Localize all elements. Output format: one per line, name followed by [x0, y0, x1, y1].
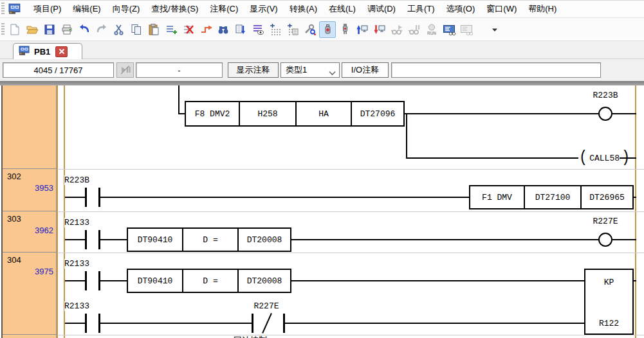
wire	[291, 239, 599, 240]
print-icon[interactable]	[59, 21, 75, 38]
wire	[100, 197, 469, 198]
coil-label: R223B	[586, 91, 625, 100]
tab-pb1[interactable]: PB1	[13, 43, 82, 59]
instruction-cell[interactable]: DT26965	[580, 186, 632, 208]
save-icon[interactable]	[41, 21, 58, 38]
gutter-cell-302[interactable]: 302 3953	[3, 169, 58, 211]
instruction-f8-dmv2[interactable]: F8 DMV2 H258 HA DT27096	[185, 101, 405, 127]
output-coil-r223b[interactable]	[598, 107, 612, 121]
rung-separator	[57, 335, 644, 335]
menu-comment[interactable]: 注释(C)	[204, 1, 244, 17]
keep-instruction-block[interactable]: KP R122	[584, 269, 634, 335]
svg-text:RUN: RUN	[427, 31, 436, 35]
io-comment-button[interactable]: I/O注释	[342, 62, 389, 78]
gutter-cell	[3, 85, 58, 169]
offline-edit-icon[interactable]	[336, 21, 353, 38]
wire	[65, 280, 86, 281]
menu-help[interactable]: 帮助(H)	[522, 1, 562, 17]
contact-r2133[interactable]	[85, 314, 87, 333]
monitor-go-icon[interactable]	[389, 21, 405, 38]
contact-r223b[interactable]	[85, 188, 87, 207]
download-to-plc-icon[interactable]	[371, 21, 388, 38]
keep-output-label: R122	[585, 319, 632, 328]
menu-convert[interactable]: 转换(A)	[284, 1, 323, 17]
instruction-cell[interactable]: H258	[239, 102, 295, 125]
rung-step-address: 3962	[35, 226, 53, 235]
contact-r2133[interactable]	[85, 271, 87, 290]
menu-wizard[interactable]: 向导(Z)	[107, 1, 146, 17]
delete-row-icon[interactable]	[180, 21, 197, 38]
instruction-cell[interactable]: DT27100	[524, 186, 580, 208]
upload-from-plc-icon[interactable]	[354, 21, 371, 38]
comment-display-icon[interactable]	[250, 21, 266, 38]
monitor-stop-icon[interactable]	[406, 21, 423, 38]
gutter-cell-303[interactable]: 303 3962	[3, 211, 58, 253]
chevron-down-icon	[329, 68, 336, 78]
io-grid-1-icon[interactable]	[267, 21, 284, 38]
open-file-icon[interactable]	[24, 21, 41, 38]
menu-project[interactable]: 项目(P)	[28, 1, 67, 17]
insert-row-icon[interactable]	[163, 21, 179, 38]
output-coil-r227e[interactable]	[598, 233, 612, 247]
copy-icon[interactable]	[128, 21, 145, 38]
instruction-compare-303[interactable]: DT90410 D = DT20008	[127, 227, 291, 252]
instruction-f1-dmv[interactable]: F1 DMV DT27100 DT26965	[469, 185, 634, 209]
wire	[65, 197, 86, 198]
contact-label: R2133	[64, 218, 89, 227]
cut-icon[interactable]	[111, 21, 127, 38]
menu-online[interactable]: 在线(L)	[323, 1, 362, 17]
route-icon[interactable]	[198, 21, 214, 38]
ladder-editor-canvas: 302 3953 303 3962 304 3975 F8 DMV2 H258	[0, 85, 644, 338]
instruction-cell[interactable]: DT90410	[128, 229, 182, 251]
keep-label: KP	[585, 278, 632, 287]
comment-type-select[interactable]: 类型1	[281, 62, 340, 78]
contact-r2133[interactable]	[85, 230, 87, 249]
instruction-cell[interactable]: D =	[182, 229, 237, 251]
menubar-gripper[interactable]	[1, 3, 5, 15]
wire	[634, 197, 636, 198]
device-monitor-icon[interactable]	[458, 21, 475, 38]
convert-program-icon[interactable]	[232, 21, 249, 38]
io-grid-2-icon[interactable]	[284, 21, 301, 38]
menu-tools[interactable]: 工具(T)	[401, 1, 441, 17]
register-value-field[interactable]: -	[136, 62, 223, 78]
instruction-compare-304[interactable]: DT90410 D = DT20008	[127, 269, 291, 293]
contact-not-r227e[interactable]	[252, 314, 253, 333]
step-position-field[interactable]: 4045 / 17767	[3, 62, 114, 78]
instruction-cell[interactable]: F1 DMV	[470, 186, 524, 208]
instruction-cell[interactable]: DT90410	[128, 270, 182, 292]
instruction-cell[interactable]: F8 DMV2	[186, 102, 239, 125]
paste-icon[interactable]	[145, 21, 162, 38]
redo-icon[interactable]	[93, 21, 110, 38]
toolbar-gripper[interactable]	[1, 23, 5, 36]
contact-not-slash	[262, 313, 272, 334]
tab-close-icon[interactable]	[55, 46, 68, 57]
menu-view[interactable]: 显示(V)	[244, 1, 283, 17]
instruction-cell[interactable]: DT20008	[237, 229, 290, 251]
rung-step-address: 3953	[35, 183, 53, 193]
instruction-cell[interactable]: DT20008	[237, 270, 290, 292]
menu-edit[interactable]: 编辑(E)	[67, 1, 106, 17]
menu-bar: 项目(P) 编辑(E) 向导(Z) 查找/替换(S) 注释(C) 显示(V) 转…	[0, 1, 644, 18]
status-monitor-icon[interactable]	[441, 21, 457, 38]
io-comment-input[interactable]	[391, 62, 601, 78]
find-icon[interactable]	[215, 21, 232, 38]
instruction-cell[interactable]: DT27096	[351, 102, 403, 125]
pane-divider	[0, 81, 644, 85]
gutter-cell-304[interactable]: 304 3975	[3, 253, 58, 335]
new-file-icon[interactable]	[6, 21, 23, 38]
menu-window[interactable]: 窗口(W)	[481, 1, 522, 17]
instruction-cell[interactable]: D =	[182, 270, 237, 292]
instruction-cell[interactable]: HA	[295, 102, 351, 125]
menu-find-replace[interactable]: 查找/替换(S)	[145, 1, 204, 17]
monitor-toggle-button[interactable]	[116, 62, 134, 78]
call-paren-open: (	[577, 151, 589, 166]
search-tool-icon[interactable]	[302, 21, 318, 38]
menu-options[interactable]: 选项(O)	[441, 1, 481, 17]
menu-debug[interactable]: 调试(D)	[362, 1, 401, 17]
undo-icon[interactable]	[76, 21, 93, 38]
run-mode-icon[interactable]: RUN	[423, 21, 440, 38]
toolbar-more-icon[interactable]	[490, 21, 499, 38]
show-comment-button[interactable]: 显示注释	[228, 62, 279, 78]
online-edit-icon[interactable]	[319, 21, 336, 38]
